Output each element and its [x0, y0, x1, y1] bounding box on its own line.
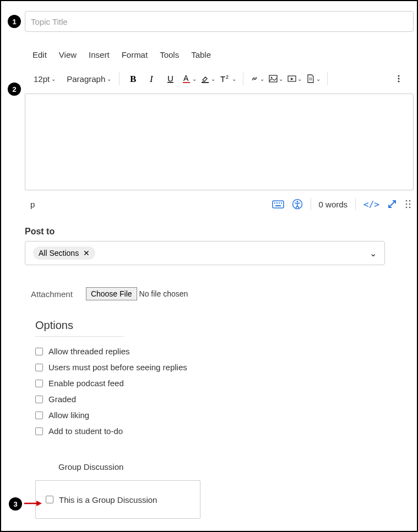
svg-rect-22 — [279, 202, 280, 204]
option-label: Allow threaded replies — [48, 347, 130, 356]
separator — [311, 198, 311, 210]
svg-point-31 — [406, 207, 408, 209]
svg-text:T: T — [220, 74, 225, 83]
svg-point-16 — [398, 75, 400, 77]
badge-3: 3 — [9, 497, 22, 511]
highlight-button[interactable]: ⌄ — [200, 74, 216, 83]
block-format-select[interactable]: Paragraph⌄ — [64, 73, 113, 85]
option-student-todo[interactable]: Add to student to-do — [35, 426, 411, 436]
svg-point-17 — [398, 78, 400, 80]
menu-table[interactable]: Table — [191, 50, 211, 59]
menu-view[interactable]: View — [59, 50, 77, 59]
svg-text:B: B — [130, 74, 136, 83]
svg-rect-7 — [202, 82, 209, 83]
svg-point-29 — [406, 204, 408, 205]
svg-point-18 — [398, 81, 400, 83]
checkbox[interactable] — [35, 364, 43, 371]
document-button[interactable]: ⌄ — [305, 74, 322, 83]
badge-1: 1 — [8, 15, 21, 28]
post-to-select[interactable]: All Sections ✕ ⌄ — [25, 241, 385, 265]
svg-marker-1 — [36, 501, 42, 506]
svg-point-26 — [296, 201, 298, 202]
svg-rect-6 — [183, 82, 190, 83]
choose-file-button[interactable]: Choose File — [86, 287, 137, 300]
svg-rect-21 — [276, 202, 278, 204]
drag-handle-icon[interactable] — [405, 199, 411, 209]
attachment-label: Attachment — [31, 289, 73, 299]
checkbox[interactable] — [35, 412, 43, 419]
svg-marker-13 — [291, 78, 294, 80]
group-discussion-checkbox[interactable] — [46, 496, 53, 503]
badge-2: 2 — [8, 83, 21, 96]
svg-text:A: A — [183, 74, 189, 83]
options-heading: Options — [35, 319, 123, 337]
option-label: Graded — [48, 394, 76, 404]
font-size-select[interactable]: 12pt⌄ — [31, 73, 58, 85]
svg-point-32 — [409, 207, 411, 209]
fullscreen-icon[interactable] — [387, 199, 397, 209]
keyboard-icon[interactable] — [272, 199, 284, 209]
html-view-button[interactable]: </> — [363, 199, 379, 210]
topic-title-input[interactable] — [25, 11, 414, 32]
option-label: Enable podcast feed — [48, 379, 124, 388]
editor-status-bar: p 0 words </> — [25, 198, 414, 210]
editor-toolbar: 12pt⌄ Paragraph⌄ B I U A⌄ ⌄ T2⌄ ⌄ ⌄ ⌄ ⌄ — [25, 67, 414, 92]
chip-remove-icon[interactable]: ✕ — [83, 249, 90, 257]
checkbox[interactable] — [35, 427, 43, 435]
option-label: Add to student to-do — [48, 426, 123, 436]
svg-rect-24 — [275, 205, 281, 206]
svg-rect-19 — [273, 201, 284, 208]
superscript-button[interactable]: T2⌄ — [219, 74, 237, 83]
option-allow-liking[interactable]: Allow liking — [35, 410, 411, 420]
underline-button[interactable]: U — [162, 70, 179, 87]
accessibility-icon[interactable] — [292, 199, 303, 210]
separator — [327, 72, 328, 85]
separator — [119, 72, 120, 85]
rich-editor: Edit View Insert Format Tools Table 12pt… — [25, 47, 414, 210]
section-chip: All Sections ✕ — [33, 246, 95, 260]
svg-text:2: 2 — [226, 74, 229, 80]
svg-text:I: I — [149, 74, 154, 83]
editor-textarea[interactable] — [25, 94, 414, 190]
post-to-section: Post to All Sections ✕ ⌄ — [25, 227, 411, 265]
chevron-down-icon[interactable]: ⌄ — [370, 248, 377, 259]
chip-text: All Sections — [39, 249, 79, 257]
separator — [243, 72, 243, 85]
option-threaded-replies[interactable]: Allow threaded replies — [35, 347, 411, 356]
bold-button[interactable]: B — [125, 70, 142, 87]
checkbox[interactable] — [35, 348, 43, 355]
group-discussion-heading: Group Discussion — [58, 462, 411, 471]
arrow-pointer-icon — [24, 500, 43, 507]
no-file-text: No file chosen — [139, 289, 188, 298]
checkbox[interactable] — [35, 396, 43, 403]
more-button[interactable] — [390, 70, 407, 87]
attachment-section: Attachment Choose File No file chosen — [31, 287, 411, 300]
svg-point-27 — [406, 200, 408, 202]
italic-button[interactable]: I — [144, 70, 160, 87]
media-button[interactable]: ⌄ — [286, 74, 303, 83]
group-discussion-box: This is a Group Discussion — [35, 480, 200, 519]
svg-text:U: U — [167, 74, 173, 83]
svg-rect-20 — [274, 202, 275, 204]
svg-rect-23 — [281, 202, 282, 204]
separator — [355, 198, 356, 210]
image-button[interactable]: ⌄ — [268, 74, 284, 83]
link-button[interactable]: ⌄ — [249, 74, 265, 83]
option-podcast-feed[interactable]: Enable podcast feed — [35, 379, 411, 388]
post-to-label: Post to — [25, 227, 411, 237]
menu-edit[interactable]: Edit — [32, 50, 47, 59]
text-color-button[interactable]: A⌄ — [181, 74, 198, 83]
option-post-before-seeing[interactable]: Users must post before seeing replies — [35, 363, 411, 372]
option-label: Allow liking — [48, 410, 89, 420]
word-count: 0 words — [319, 200, 348, 209]
option-graded[interactable]: Graded — [35, 394, 411, 404]
menu-insert[interactable]: Insert — [89, 50, 110, 59]
menu-tools[interactable]: Tools — [160, 50, 179, 59]
svg-point-28 — [409, 200, 411, 202]
svg-point-30 — [409, 204, 411, 205]
options-section: Options Allow threaded replies Users mus… — [35, 319, 411, 436]
element-path[interactable]: p — [27, 200, 35, 209]
editor-menubar: Edit View Insert Format Tools Table — [25, 47, 414, 67]
checkbox[interactable] — [35, 380, 43, 387]
menu-format[interactable]: Format — [122, 50, 148, 59]
